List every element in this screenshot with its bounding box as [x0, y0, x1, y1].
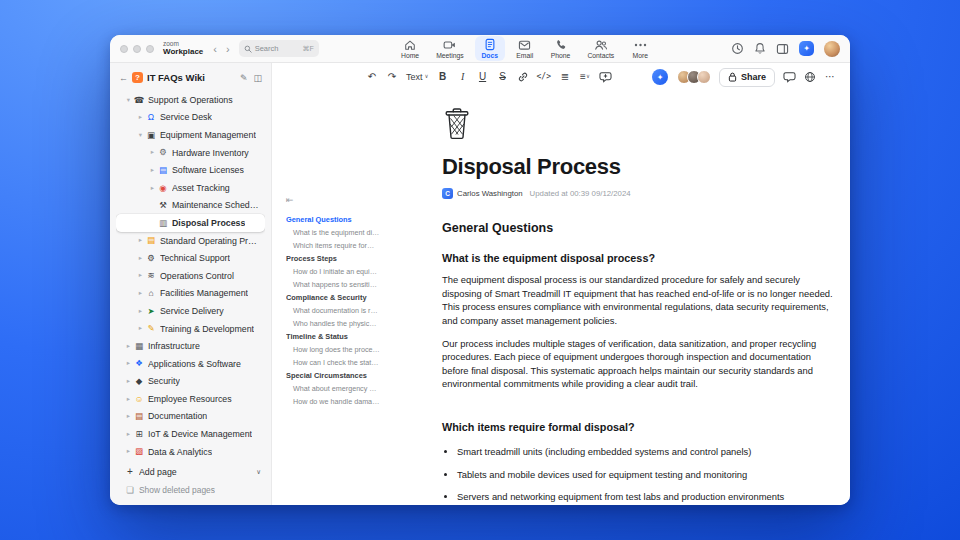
outline-item[interactable]: What about emergency dis... — [286, 382, 380, 395]
sidebar-item-maintenance-schedules[interactable]: ⚒Maintenance Schedules — [116, 197, 265, 215]
tab-contacts[interactable]: Contacts — [581, 37, 620, 61]
tab-home[interactable]: Home — [395, 37, 425, 61]
tab-docs[interactable]: Docs — [475, 36, 505, 61]
ai-companion-icon[interactable]: ✦ — [652, 69, 668, 85]
close-window-button[interactable] — [120, 45, 128, 53]
user-avatar[interactable] — [824, 41, 840, 57]
search-input[interactable]: Search ⌘F — [239, 40, 319, 57]
chevron-right-icon[interactable]: ▸ — [136, 237, 145, 244]
new-page-icon[interactable]: ✎ — [240, 73, 248, 83]
chevron-right-icon[interactable]: ▸ — [124, 431, 133, 438]
tab-meetings[interactable]: Meetings — [430, 37, 470, 61]
comment-icon[interactable] — [783, 68, 796, 86]
outline-section[interactable]: General Questions — [286, 213, 380, 226]
collapse-sidebar-icon[interactable]: ◫ — [253, 73, 262, 83]
sidebar-item-facilities-management[interactable]: ▸⌂Facilities Management — [116, 285, 265, 303]
chevron-down-icon[interactable]: ▾ — [124, 97, 133, 104]
add-page-button[interactable]: +Add page∨ — [116, 463, 265, 481]
nav-forward-button[interactable]: › — [226, 43, 230, 55]
history-icon[interactable] — [731, 42, 744, 55]
sidebar-item-support-operations[interactable]: ▾☎Support & Operations — [116, 91, 265, 109]
sidebar-item-operations-control[interactable]: ▸≋Operations Control — [116, 267, 265, 285]
nav-back-button[interactable]: ‹ — [213, 43, 217, 55]
show-deleted-pages-button[interactable]: ❏Show deleted pages — [116, 481, 265, 499]
sidebar-item-hardware-inventory[interactable]: ▸⚙Hardware Inventory — [116, 144, 265, 162]
link-icon[interactable] — [517, 68, 529, 86]
maximize-window-button[interactable] — [146, 45, 154, 53]
sidebar-item-standard-operating-procedures[interactable]: ▸▤Standard Operating Procedures — [116, 232, 265, 250]
tab-more[interactable]: More — [625, 37, 655, 61]
outline-item[interactable]: How do I initiate an equipm... — [286, 265, 380, 278]
chevron-right-icon[interactable]: ▸ — [124, 396, 133, 403]
undo-icon[interactable]: ↶ — [366, 68, 378, 86]
outline-section[interactable]: Process Steps — [286, 252, 380, 265]
language-icon[interactable] — [804, 68, 816, 86]
chevron-right-icon[interactable]: ▸ — [136, 325, 145, 332]
underline-button[interactable]: U — [477, 68, 489, 86]
panel-toggle-icon[interactable] — [776, 43, 789, 55]
chevron-right-icon[interactable]: ▸ — [148, 185, 157, 192]
chevron-right-icon[interactable]: ▸ — [124, 378, 133, 385]
list-icon[interactable]: ≣ — [559, 68, 571, 86]
ai-companion-icon[interactable]: ✦ — [799, 41, 814, 56]
share-button[interactable]: Share — [719, 68, 775, 87]
outline-item[interactable]: Which items require formal ... — [286, 239, 380, 252]
tab-email[interactable]: Email — [510, 37, 540, 61]
sidebar-item-applications-software[interactable]: ▸❖Applications & Software — [116, 355, 265, 373]
collaborator-avatar[interactable] — [697, 70, 711, 84]
sidebar-item-disposal-process[interactable]: ▥Disposal Process — [116, 214, 265, 232]
redo-icon[interactable]: ↷ — [386, 68, 398, 86]
chevron-right-icon[interactable]: ▸ — [136, 308, 145, 315]
outline-item[interactable]: Who handles the physical di... — [286, 317, 380, 330]
italic-button[interactable]: I — [457, 68, 469, 86]
bold-button[interactable]: B — [437, 68, 449, 86]
sidebar-item-asset-tracking[interactable]: ▸◉Asset Tracking — [116, 179, 265, 197]
chevron-right-icon[interactable]: ▸ — [136, 290, 145, 297]
chevron-right-icon[interactable]: ▸ — [124, 343, 133, 350]
chevron-right-icon[interactable]: ▸ — [124, 360, 133, 367]
collapse-outline-icon[interactable]: ⇤ — [286, 195, 294, 205]
chevron-down-icon: ∨ — [586, 74, 590, 80]
sidebar-item-service-delivery[interactable]: ▸➤Service Delivery — [116, 302, 265, 320]
sidebar-item-equipment-management[interactable]: ▾▣Equipment Management — [116, 126, 265, 144]
outline-item[interactable]: How do we handle damage... — [286, 395, 380, 408]
sidebar-item-security[interactable]: ▸◆Security — [116, 373, 265, 391]
outline-item[interactable]: What is the equipment disp... — [286, 226, 380, 239]
sidebar-item-infrastructure[interactable]: ▸▦Infrastructure — [116, 337, 265, 355]
tab-phone[interactable]: Phone — [545, 37, 577, 61]
chevron-right-icon[interactable]: ▸ — [148, 167, 157, 174]
chevron-right-icon[interactable]: ▸ — [136, 255, 145, 262]
add-comment-icon[interactable] — [599, 68, 612, 86]
outline-item[interactable]: How can I check the status ... — [286, 356, 380, 369]
outline-section[interactable]: Compliance & Security — [286, 291, 380, 304]
chevron-right-icon[interactable]: ▸ — [136, 272, 145, 279]
minimize-window-button[interactable] — [133, 45, 141, 53]
outline-item[interactable]: What happens to sensitive ... — [286, 278, 380, 291]
sidebar-item-service-desk[interactable]: ▸ΩService Desk — [116, 109, 265, 127]
chevron-down-icon[interactable]: ∨ — [256, 468, 261, 476]
sidebar-item-iot-device-management[interactable]: ▸⊞IoT & Device Management — [116, 425, 265, 443]
people-icon: ☺ — [133, 395, 145, 404]
more-options-icon[interactable]: ⋯ — [824, 68, 836, 86]
sidebar-item-documentation[interactable]: ▸▤Documentation — [116, 408, 265, 426]
sidebar-item-employee-resources[interactable]: ▸☺Employee Resources — [116, 390, 265, 408]
chevron-right-icon[interactable]: ▸ — [148, 149, 157, 156]
align-dropdown[interactable]: ≡∨ — [579, 68, 591, 86]
sidebar-item-training-development[interactable]: ▸✎Training & Development — [116, 320, 265, 338]
text-style-dropdown[interactable]: Text∨ — [406, 72, 429, 82]
chevron-down-icon[interactable]: ▾ — [136, 132, 145, 139]
sidebar-item-software-licenses[interactable]: ▸▤Software Licenses — [116, 161, 265, 179]
chevron-right-icon[interactable]: ▸ — [136, 114, 145, 121]
outline-section[interactable]: Special Circumstances — [286, 369, 380, 382]
chevron-right-icon[interactable]: ▸ — [124, 413, 133, 420]
chevron-right-icon[interactable]: ▸ — [124, 448, 133, 455]
outline-item[interactable]: What documentation is req... — [286, 304, 380, 317]
strikethrough-button[interactable]: S — [497, 68, 509, 86]
outline-section[interactable]: Timeline & Status — [286, 330, 380, 343]
sidebar-item-technical-support[interactable]: ▸⚙Technical Support — [116, 249, 265, 267]
sidebar-item-data-analytics[interactable]: ▸▨Data & Analytics — [116, 443, 265, 461]
bell-icon[interactable] — [754, 42, 766, 55]
code-icon[interactable]: </> — [537, 68, 551, 86]
outline-item[interactable]: How long does the process ... — [286, 343, 380, 356]
back-icon[interactable]: ← — [119, 73, 128, 83]
